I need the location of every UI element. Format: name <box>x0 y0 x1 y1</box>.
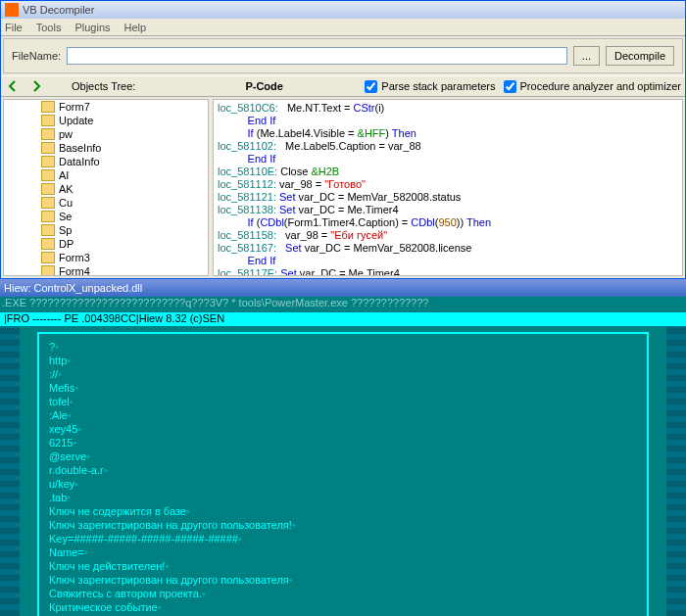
hiew-line[interactable]: :Ale <box>49 408 637 422</box>
folder-icon <box>41 142 55 154</box>
tree-item[interactable]: Form7 <box>4 100 208 114</box>
tree-item[interactable]: AK <box>4 182 208 196</box>
chk-proc-box[interactable] <box>504 80 516 93</box>
vb-decompiler-window: VB Decompiler File Tools Plugins Help Fi… <box>0 0 686 279</box>
folder-icon <box>41 183 55 195</box>
decompile-button[interactable]: Decompile <box>606 46 674 66</box>
tree-item-label: BaseInfo <box>59 142 101 154</box>
hiew-line[interactable]: Ключ не действителен! <box>49 559 637 573</box>
tree-item-label: Update <box>59 115 93 126</box>
hiew-content[interactable]: ?http://Mefistofel:Alexey456215@server.d… <box>37 332 649 616</box>
tree-item[interactable]: Sp <box>4 223 208 237</box>
tree-item[interactable]: DataInfo <box>4 155 208 168</box>
hiew-line[interactable]: Критическое событие <box>49 600 637 614</box>
hiew-line[interactable]: xey45 <box>49 422 637 436</box>
folder-icon <box>41 265 55 276</box>
tree-item[interactable]: Form3 <box>4 251 208 264</box>
hiew-window: Hiew: ControlX_unpacked.dll .EXE ???????… <box>0 279 686 616</box>
main-area: Form7UpdatepwBaseInfoDataInfoAIAKCuSeSpD… <box>1 97 685 278</box>
hiew-line[interactable]: Mefis <box>49 381 637 395</box>
pcode-label: P-Code <box>245 80 283 92</box>
folder-icon <box>41 156 55 167</box>
menu-plugins[interactable]: Plugins <box>74 22 110 33</box>
filename-row: FileName: ... Decompile <box>3 38 683 73</box>
hiew-line[interactable]: @serve <box>49 450 637 463</box>
tree-item[interactable]: BaseInfo <box>4 141 208 155</box>
chk-parse-box[interactable] <box>365 80 377 93</box>
nav-forward-icon[interactable] <box>28 78 44 94</box>
app-icon <box>5 3 19 17</box>
folder-icon <box>41 197 55 209</box>
code-panel[interactable]: loc_5810C6: Me.NT.Text = CStr(i) End If … <box>213 99 683 276</box>
tree-label: Objects Tree: <box>72 80 135 92</box>
tree-item-label: Form3 <box>59 252 90 263</box>
chk-proc[interactable]: Procedure analyzer and optimizer <box>504 80 681 93</box>
hiew-line[interactable]: Свяжитесь с автором проекта. <box>49 587 637 600</box>
tree-item-label: Form7 <box>59 101 90 113</box>
objects-tree[interactable]: Form7UpdatepwBaseInfoDataInfoAIAKCuSeSpD… <box>3 99 209 276</box>
tree-item[interactable]: Form4 <box>4 264 208 276</box>
chk-parse[interactable]: Parse stack parameters <box>365 80 495 93</box>
filename-input[interactable] <box>67 47 567 65</box>
folder-icon <box>41 128 55 140</box>
folder-icon <box>41 224 55 236</box>
hiew-line[interactable]: ? <box>49 340 637 354</box>
tree-item[interactable]: Se <box>4 210 208 223</box>
tree-item[interactable]: Update <box>4 114 208 127</box>
hiew-line[interactable]: Name= <box>49 545 637 559</box>
menubar: File Tools Plugins Help <box>1 19 685 36</box>
tree-item-label: AK <box>59 183 74 195</box>
tree-item-label: Se <box>59 211 72 222</box>
tree-item[interactable]: pw <box>4 127 208 141</box>
folder-icon <box>41 211 55 222</box>
tree-item-label: DP <box>59 238 74 250</box>
hiew-line[interactable]: 6215 <box>49 436 637 450</box>
hiew-body: ?http://Mefistofel:Alexey456215@server.d… <box>0 326 686 616</box>
tree-item[interactable]: AI <box>4 168 208 182</box>
folder-icon <box>41 115 55 126</box>
folder-icon <box>41 238 55 250</box>
hiew-line[interactable]: Ключ не содержится в базе <box>49 504 637 518</box>
hiew-margin-right <box>666 326 686 616</box>
hiew-header: |FRO -------- PE .004398CC|Hiew 8.32 (c)… <box>0 312 686 326</box>
tree-item-label: Sp <box>59 224 72 236</box>
hiew-line[interactable]: .tab <box>49 491 637 504</box>
nav-back-icon[interactable] <box>5 78 21 94</box>
tree-item[interactable]: DP <box>4 237 208 251</box>
filename-label: FileName: <box>12 50 61 62</box>
hiew-line[interactable]: :// <box>49 367 637 381</box>
hiew-line[interactable]: Ключ зарегистрирован на другого пользова… <box>49 518 637 532</box>
hiew-status-left: .EXE ??????????????????????????q???3V? *… <box>2 297 428 312</box>
menu-tools[interactable]: Tools <box>36 22 62 33</box>
titlebar[interactable]: VB Decompiler <box>1 1 685 19</box>
hiew-title: Hiew: ControlX_unpacked.dll <box>4 282 142 294</box>
tree-item-label: AI <box>59 169 69 181</box>
folder-icon <box>41 101 55 113</box>
code-content: loc_5810C6: Me.NT.Text = CStr(i) End If … <box>214 100 682 276</box>
browse-button[interactable]: ... <box>573 46 600 66</box>
tree-item-label: DataInfo <box>59 156 100 167</box>
hiew-line[interactable]: http <box>49 354 637 367</box>
hiew-line[interactable]: Ключ зарегистрирован на другого пользова… <box>49 573 637 587</box>
hiew-titlebar[interactable]: Hiew: ControlX_unpacked.dll <box>0 279 686 297</box>
menu-file[interactable]: File <box>5 22 23 33</box>
hiew-line[interactable]: r.double-a.r <box>49 463 637 477</box>
menu-help[interactable]: Help <box>124 22 147 33</box>
hiew-status: .EXE ??????????????????????????q???3V? *… <box>0 297 686 312</box>
hiew-line[interactable]: Key=#####-#####-#####-#####-##### <box>49 532 637 545</box>
tree-item-label: pw <box>59 128 73 140</box>
hiew-margin-left <box>0 326 20 616</box>
toolbar: Objects Tree: P-Code Parse stack paramet… <box>1 75 685 97</box>
tree-item[interactable]: Cu <box>4 196 208 210</box>
tree-item-label: Form4 <box>59 265 90 276</box>
folder-icon <box>41 252 55 263</box>
tree-item-label: Cu <box>59 197 73 209</box>
window-title: VB Decompiler <box>23 4 94 16</box>
hiew-line[interactable]: tofel <box>49 395 637 408</box>
hiew-line[interactable]: u/key <box>49 477 637 491</box>
folder-icon <box>41 169 55 181</box>
